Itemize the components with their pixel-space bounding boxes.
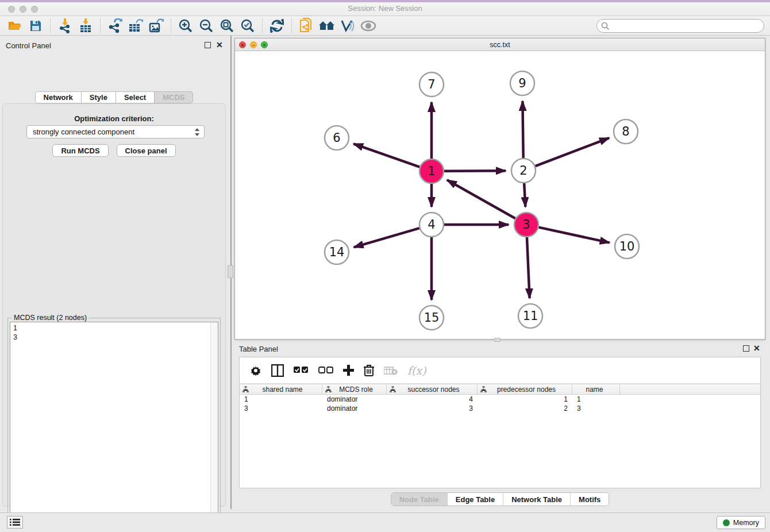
vertical-splitter-grip[interactable] xyxy=(228,265,233,278)
run-mcds-button[interactable]: Run MCDS xyxy=(52,144,108,157)
import-network-button[interactable] xyxy=(56,18,74,34)
edge-1-6[interactable] xyxy=(353,144,419,167)
tab-edge-table[interactable]: Edge Table xyxy=(447,493,503,506)
tab-motifs[interactable]: Motifs xyxy=(570,493,609,506)
cell-name[interactable]: 3 xyxy=(572,404,620,413)
table-settings-button[interactable] xyxy=(250,365,261,376)
cell-shared-name[interactable]: 3 xyxy=(240,404,322,413)
import-network-icon xyxy=(58,18,72,33)
graph-node-label: 2 xyxy=(519,164,527,178)
memory-button[interactable]: Memory xyxy=(717,516,765,529)
edge-4-14[interactable] xyxy=(354,228,419,247)
cyndex-icon xyxy=(340,19,355,33)
horizontal-splitter-grip[interactable] xyxy=(494,338,500,342)
graph-node-label: 9 xyxy=(518,76,526,90)
mcds-result-title: MCDS result (2 nodes) xyxy=(11,314,89,322)
edge-2-9[interactable] xyxy=(522,101,523,158)
tab-style[interactable]: Style xyxy=(82,91,116,103)
home-icon xyxy=(318,20,336,32)
add-column-button[interactable] xyxy=(343,365,354,376)
cell-mcds-role[interactable]: dominator xyxy=(322,395,387,404)
network-canvas[interactable]: 1234678910111415 xyxy=(235,51,765,339)
cell-predecessor-nodes[interactable]: 2 xyxy=(478,404,572,413)
column-header-shared-name[interactable]: shared name xyxy=(240,384,322,394)
export-table-button[interactable] xyxy=(127,18,144,34)
mcds-panel: Optimization criterion: strongly connect… xyxy=(2,103,226,507)
edge-3-11[interactable] xyxy=(527,237,530,298)
save-session-button[interactable] xyxy=(27,18,44,34)
search-input[interactable] xyxy=(610,20,764,32)
float-panel-icon[interactable] xyxy=(205,42,211,48)
graph-node-label: 3 xyxy=(522,218,530,232)
graph-node-label: 1 xyxy=(428,164,435,178)
close-panel-icon[interactable]: ✕ xyxy=(216,42,222,48)
tab-network[interactable]: Network xyxy=(35,91,82,103)
column-header-predecessor-nodes[interactable]: predecessor nodes xyxy=(478,384,572,394)
table-row[interactable]: 1 dominator 4 1 1 xyxy=(240,395,760,404)
network-window-titlebar[interactable]: ✕ − + scc.txt xyxy=(235,38,765,51)
open-session-button[interactable] xyxy=(6,18,24,34)
home-button[interactable] xyxy=(318,18,336,34)
zoom-selected-button[interactable] xyxy=(239,18,256,34)
toolbar-separator xyxy=(262,18,263,33)
edge-2-3[interactable] xyxy=(524,183,525,207)
cell-predecessor-nodes[interactable]: 1 xyxy=(478,395,572,404)
column-header-name[interactable]: name xyxy=(572,384,620,394)
zoom-out-icon xyxy=(199,18,214,33)
titlebar: Session: New Session xyxy=(0,0,770,16)
mcds-result-box: MCDS result (2 nodes) 1 3 xyxy=(7,318,221,532)
tab-network-table[interactable]: Network Table xyxy=(503,493,570,506)
edge-3-10[interactable] xyxy=(538,228,609,243)
task-history-button[interactable] xyxy=(7,516,23,529)
result-line: 1 xyxy=(13,323,215,333)
list-icon xyxy=(10,518,20,526)
cell-successor-nodes[interactable]: 3 xyxy=(387,404,478,413)
zoom-fit-button[interactable] xyxy=(218,18,236,34)
graph-node-label: 7 xyxy=(428,78,435,91)
main-toolbar xyxy=(0,16,770,36)
optimization-criterion-select[interactable]: strongly connected component xyxy=(26,125,205,138)
float-table-panel-icon[interactable] xyxy=(743,345,749,352)
edge-3-1[interactable] xyxy=(447,180,515,218)
zoom-in-button[interactable] xyxy=(177,18,194,34)
export-network-icon xyxy=(107,18,122,33)
memory-status-icon xyxy=(723,519,730,526)
graph-node-label: 14 xyxy=(329,245,345,259)
column-type-icon xyxy=(242,386,249,392)
delete-column-button[interactable] xyxy=(364,364,374,376)
select-all-button[interactable] xyxy=(294,367,309,374)
search-icon xyxy=(601,22,610,30)
cell-successor-nodes[interactable]: 4 xyxy=(387,395,478,404)
export-network-button[interactable] xyxy=(106,18,124,34)
chevron-updown-icon xyxy=(194,128,200,137)
search-box[interactable] xyxy=(596,19,764,33)
cyndex-button[interactable] xyxy=(339,18,356,34)
cell-shared-name[interactable]: 1 xyxy=(240,395,322,404)
close-panel-button[interactable]: Close panel xyxy=(117,144,176,157)
status-bar: Memory xyxy=(0,512,770,532)
tab-node-table[interactable]: Node Table xyxy=(391,493,447,506)
delete-table-button-disabled xyxy=(384,366,398,375)
table-row[interactable]: 3 dominator 3 2 3 xyxy=(240,404,760,413)
close-table-panel-icon[interactable]: ✕ xyxy=(753,345,760,352)
import-table-button[interactable] xyxy=(77,18,94,34)
mcds-result-text[interactable]: 1 3 xyxy=(10,322,218,532)
cell-name[interactable]: 1 xyxy=(572,395,620,404)
clone-network-button[interactable] xyxy=(298,18,315,34)
edge-2-8[interactable] xyxy=(536,138,609,166)
tab-select[interactable]: Select xyxy=(116,91,155,103)
zoom-out-button[interactable] xyxy=(198,18,215,34)
edge-1-2[interactable] xyxy=(444,171,506,171)
deselect-all-button[interactable] xyxy=(318,367,333,374)
tab-mcds[interactable]: MCDS xyxy=(155,91,193,103)
show-columns-button[interactable] xyxy=(271,364,284,377)
column-header-successor-nodes[interactable]: successor nodes xyxy=(387,384,478,394)
level-button[interactable] xyxy=(360,18,377,34)
export-image-button[interactable] xyxy=(148,18,165,34)
scrollbar-track[interactable] xyxy=(210,322,218,532)
graph-node-label: 6 xyxy=(333,131,340,145)
cell-mcds-role[interactable]: dominator xyxy=(322,404,387,413)
column-header-mcds-role[interactable]: MCDS role xyxy=(322,384,387,394)
refresh-button[interactable] xyxy=(268,18,286,34)
optimization-criterion-label: Optimization criterion: xyxy=(3,114,225,123)
